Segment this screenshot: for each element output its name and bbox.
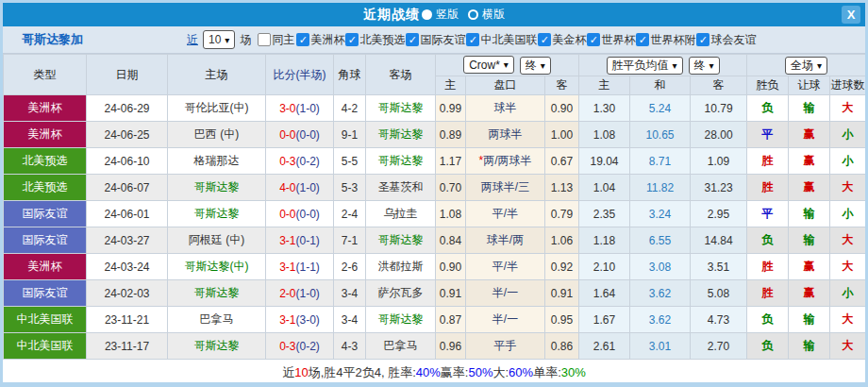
table-row: 国际友谊24-03-27阿根廷 (中)3-1(0-1)7-1哥斯达黎0.84球半… bbox=[4, 227, 866, 254]
halftime-score: (0-1) bbox=[296, 234, 320, 247]
near-matches-link[interactable]: 近 bbox=[187, 32, 198, 48]
competition-filter[interactable]: ✓美金杯 bbox=[538, 32, 586, 48]
corner-count: 5-5 bbox=[334, 148, 366, 175]
away-team: 萨尔瓦多 bbox=[366, 280, 436, 307]
competition-filter[interactable]: ✓世界杯 bbox=[587, 32, 635, 48]
away-team: 巴拿马 bbox=[366, 333, 436, 360]
away-odds: 0.91 bbox=[545, 280, 579, 307]
match-date: 24-02-03 bbox=[87, 280, 168, 307]
competition-filter[interactable]: ✓国际友谊 bbox=[406, 32, 465, 48]
checkbox-checked-icon[interactable]: ✓ bbox=[696, 33, 709, 46]
checkbox-checked-icon[interactable]: ✓ bbox=[296, 33, 309, 46]
changed-line-star-icon: * bbox=[478, 154, 483, 167]
result-goals: 小 bbox=[830, 122, 866, 148]
avg-win-odds: 2.61 bbox=[579, 333, 630, 360]
scope-value: 全场 bbox=[791, 58, 813, 74]
summary-segment: 单率: bbox=[533, 364, 561, 381]
checkbox-checked-icon[interactable]: ✓ bbox=[345, 33, 359, 46]
competition-filter-label: 球会友谊 bbox=[710, 32, 756, 48]
sub-header-odds-away: 客 bbox=[545, 76, 579, 95]
result-wdl: 胜 bbox=[747, 148, 789, 175]
avg-lose-odds: 28.00 bbox=[691, 122, 747, 148]
competition-filter[interactable]: ✓球会友谊 bbox=[696, 32, 756, 48]
corner-count: 3-4 bbox=[334, 307, 366, 333]
competition-filter[interactable]: ✓北美预选 bbox=[345, 32, 405, 48]
odds-company-select[interactable]: Crow*▾ bbox=[463, 56, 514, 74]
summary-segment: 大: bbox=[492, 364, 509, 381]
competition-filters: ✓美洲杯✓北美预选✓国际友谊✓中北美国联✓美金杯✓世界杯✓世界杯附✓球会友谊 bbox=[296, 32, 757, 48]
vertical-layout-radio-selected-icon[interactable] bbox=[422, 9, 432, 20]
result-handicap: 赢 bbox=[789, 254, 830, 280]
score-cell: 2-0(1-0) bbox=[266, 280, 334, 307]
halftime-score: (0-0) bbox=[296, 128, 320, 142]
home-team: 格瑞那达 bbox=[168, 148, 266, 175]
halftime-score: (1-0) bbox=[296, 102, 320, 115]
halftime-score: (0-0) bbox=[296, 208, 320, 221]
checkbox-checked-icon[interactable]: ✓ bbox=[466, 33, 479, 46]
away-odds: 1.13 bbox=[545, 175, 579, 201]
corner-count: 4-2 bbox=[334, 95, 366, 122]
competition-filter-label: 北美预选 bbox=[359, 32, 405, 48]
same-home-filter[interactable]: 同主 bbox=[258, 32, 294, 48]
fulltime-score: 3-1 bbox=[279, 313, 295, 327]
handicap-line: 两球半 bbox=[466, 122, 545, 148]
handicap-line: 平/半 bbox=[466, 201, 545, 227]
result-goals: 大 bbox=[830, 307, 866, 333]
halftime-score: (1-1) bbox=[296, 261, 320, 274]
checkbox-checked-icon[interactable]: ✓ bbox=[587, 33, 600, 46]
corner-count: 4-3 bbox=[334, 333, 366, 360]
horizontal-layout-label[interactable]: 横版 bbox=[482, 7, 505, 23]
sub-header-result-goals: 进球数 bbox=[830, 76, 866, 95]
avg-draw-odds: 3.08 bbox=[630, 254, 691, 280]
avg-draw-odds: 10.65 bbox=[630, 122, 691, 148]
scope-select[interactable]: 全场▾ bbox=[785, 57, 827, 75]
competition-filter[interactable]: ✓中北美国联 bbox=[466, 32, 537, 48]
table-row: 美洲杯24-03-24哥斯达黎(中)3-1(1-1)2-6洪都拉斯0.90平/半… bbox=[4, 254, 866, 280]
results-tbody: 美洲杯24-06-29哥伦比亚(中)3-0(1-0)4-2哥斯达黎0.99球半0… bbox=[4, 95, 866, 360]
competition-filter-label: 美金杯 bbox=[552, 32, 586, 48]
scope-select-cell: 全场▾ bbox=[747, 55, 866, 76]
competition-badge: 美洲杯 bbox=[4, 254, 87, 280]
checkbox-checked-icon[interactable]: ✓ bbox=[406, 33, 419, 46]
checkbox-checked-icon[interactable]: ✓ bbox=[538, 33, 551, 46]
match-count-value: 10 bbox=[209, 33, 221, 46]
results-table: 类型 日期 主场 比分(半场) 角球 客场 Crow*▾终▾ 胜平负均值▾终▾ … bbox=[3, 54, 866, 360]
odds-period-select[interactable]: 终▾ bbox=[520, 57, 551, 75]
away-odds: 0.79 bbox=[545, 201, 579, 227]
avg-period-select[interactable]: 终▾ bbox=[689, 57, 720, 75]
home-team: 哥斯达黎 bbox=[168, 333, 266, 360]
halftime-score: (0-2) bbox=[296, 340, 320, 353]
avg-lose-odds: 10.79 bbox=[691, 95, 747, 122]
close-button[interactable]: X bbox=[842, 6, 860, 24]
avg-type-select[interactable]: 胜平负均值▾ bbox=[607, 57, 683, 75]
match-date: 23-11-17 bbox=[87, 333, 168, 360]
vertical-layout-label[interactable]: 竖版 bbox=[436, 7, 459, 23]
result-goals: 大 bbox=[830, 95, 866, 122]
checkbox-unchecked-icon[interactable] bbox=[258, 33, 271, 46]
home-odds: 0.90 bbox=[436, 254, 466, 280]
table-row: 北美预选24-06-10格瑞那达0-3(0-2)5-5哥斯达黎1.17*两/两球… bbox=[4, 148, 866, 175]
avg-win-odds: 1.18 bbox=[579, 227, 630, 254]
competition-filter-label: 世界杯附 bbox=[650, 32, 695, 48]
home-team: 哥斯达黎(中) bbox=[168, 254, 266, 280]
result-handicap: 赢 bbox=[789, 175, 830, 201]
match-count-select[interactable]: 10 ▾ bbox=[203, 30, 235, 49]
col-header-home: 主场 bbox=[168, 55, 266, 95]
home-odds: 0.87 bbox=[436, 307, 466, 333]
match-date: 24-06-10 bbox=[87, 148, 168, 175]
result-handicap: 输 bbox=[789, 95, 830, 122]
avg-lose-odds: 1.09 bbox=[691, 148, 747, 175]
competition-filter[interactable]: ✓世界杯附 bbox=[636, 32, 695, 48]
result-wdl: 胜 bbox=[747, 254, 789, 280]
away-odds: 0.95 bbox=[545, 307, 579, 333]
checkbox-checked-icon[interactable]: ✓ bbox=[636, 33, 649, 46]
horizontal-layout-radio-icon[interactable] bbox=[468, 9, 478, 20]
home-team: 哥伦比亚(中) bbox=[168, 95, 266, 122]
avg-draw-odds: 3.24 bbox=[630, 201, 691, 227]
result-handicap: 输 bbox=[789, 227, 830, 254]
filter-controls: 近 10 ▾ 场 同主 ✓美洲杯✓北美预选✓国际友谊✓中北美国联✓美金杯✓世界杯… bbox=[187, 30, 757, 49]
result-wdl: 负 bbox=[747, 227, 789, 254]
fulltime-score: 0-3 bbox=[279, 155, 295, 168]
competition-filter[interactable]: ✓美洲杯 bbox=[296, 32, 344, 48]
corner-count: 5-3 bbox=[334, 175, 366, 201]
